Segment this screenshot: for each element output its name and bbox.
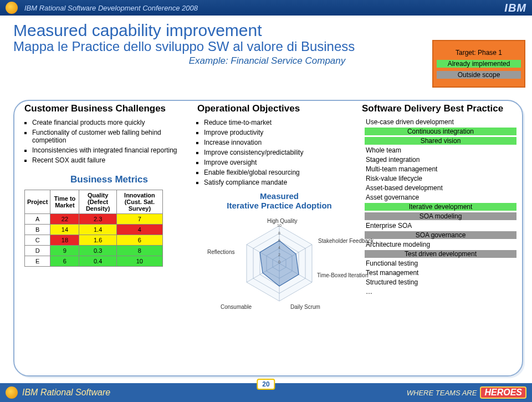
objective-item: Satisfy compliance mandate: [204, 179, 362, 186]
challenge-item: Recent SOX audit failure: [32, 156, 194, 164]
practice-item: Enterprise SOA: [365, 222, 516, 230]
objective-item: Improve consistency/predictability: [204, 149, 362, 156]
practice-item: Functional testing: [365, 259, 516, 267]
radar-axis-2: Time-Boxed Iteration: [317, 272, 351, 278]
radar-block: Measured Iterative Practice Adoption: [196, 192, 362, 310]
metrics-cell: 7: [116, 214, 162, 225]
practice-item: Use-case driven development: [365, 118, 516, 126]
legend-target: Target: Phase 1: [437, 49, 521, 57]
metrics-cell: 0.3: [79, 246, 116, 256]
conference-name: IBM Rational Software Development Confer…: [24, 4, 198, 12]
metrics-cell: D: [25, 246, 50, 256]
table-row: C181.66: [25, 235, 163, 246]
radar-chart: 1086420: [207, 210, 351, 310]
practice-item: Risk-value lifecycle: [365, 175, 516, 182]
challenge-item: Functionality of customer web falling be…: [32, 129, 194, 144]
radar-axis-0: High Quality: [267, 218, 297, 224]
practice-item: Iterative development: [365, 203, 516, 211]
objective-item: Enable flexible/global resourcing: [204, 169, 362, 176]
challenge-item: Inconsistencies with integrated financia…: [32, 146, 194, 154]
metrics-cell: 10: [116, 256, 162, 267]
challenge-item: Create financial products more quickly: [32, 119, 194, 126]
footer-brand: IBM Rational Software: [22, 388, 110, 398]
metrics-cell: 1.6: [79, 235, 116, 246]
metrics-cell: 1.4: [79, 225, 116, 235]
metrics-header-cell: Project: [25, 190, 50, 214]
svg-text:10: 10: [277, 223, 282, 227]
metrics-cell: 18: [50, 235, 79, 246]
practice-item: Continuous integration: [365, 128, 516, 135]
metrics-header-cell: Innovation (Cust. Sat. Survey): [116, 190, 162, 214]
legend-outside: Outside scope: [437, 71, 521, 79]
metrics-cell: 4: [116, 225, 162, 235]
practice-item: …: [365, 288, 516, 296]
table-row: B141.44: [25, 225, 163, 235]
col-header-objectives: Operational Objectives: [197, 103, 355, 114]
radar-title-2: Iterative Practice Adoption: [196, 201, 362, 211]
practice-item: Structured testing: [365, 278, 516, 286]
table-row: E60.410: [25, 256, 163, 267]
practice-item: Whole team: [365, 146, 516, 154]
svg-text:4: 4: [278, 246, 280, 250]
metrics-cell: A: [25, 214, 50, 225]
metrics-cell: 22: [50, 214, 79, 225]
page-title: Measured capability improvement: [13, 21, 521, 40]
svg-text:8: 8: [278, 231, 280, 235]
metrics-header-cell: Quality (Defect Density): [79, 190, 116, 214]
legend-box: Target: Phase 1 Already implemented Outs…: [432, 40, 525, 88]
metrics-table: ProjectTime to MarketQuality (Defect Den…: [24, 190, 163, 267]
col-header-challenges: Customer Business Challenges: [24, 103, 191, 114]
radar-axis-5: Reflections: [207, 249, 234, 255]
challenges-list: Create financial products more quicklyFu…: [24, 119, 194, 164]
footer-bar: IBM Rational Software 20 WHERE TEAMS ARE…: [0, 383, 532, 402]
metrics-cell: 2.3: [79, 214, 116, 225]
table-row: D90.38: [25, 246, 163, 256]
radar-axis-1: Stakeholder Feedback: [318, 238, 351, 244]
svg-text:2: 2: [278, 253, 280, 257]
legend-implemented: Already implemented: [437, 60, 521, 68]
metrics-cell: E: [25, 256, 50, 267]
objective-item: Reduce time-to-market: [204, 119, 362, 126]
metrics-title: Business Metrics: [24, 174, 194, 185]
practice-item: Test driven development: [365, 250, 516, 258]
footer-heroes: HEROES: [480, 386, 526, 399]
metrics-header-cell: Time to Market: [50, 190, 79, 214]
metrics-cell: 14: [50, 225, 79, 235]
metrics-cell: 6: [116, 235, 162, 246]
metrics-cell: B: [25, 225, 50, 235]
col-header-practices: Software Delivery Best Practice: [362, 103, 512, 114]
practice-item: Multi-team management: [365, 165, 516, 173]
objective-item: Increase innovation: [204, 139, 362, 146]
metrics-cell: 0.4: [79, 256, 116, 267]
metrics-cell: 9: [50, 246, 79, 256]
radar-title-1: Measured: [196, 192, 362, 201]
footer-brand-icon: [6, 386, 18, 399]
practice-item: Architecture modeling: [365, 241, 516, 248]
page-number: 20: [257, 379, 275, 390]
practices-list: Use-case driven developmentContinuous in…: [365, 118, 516, 296]
radar-axis-4: Consumable: [221, 304, 252, 310]
practice-item: Staged integration: [365, 156, 516, 164]
objective-item: Improve oversight: [204, 159, 362, 166]
svg-text:0: 0: [278, 260, 280, 264]
objectives-list: Reduce time-to-marketImprove productivit…: [196, 119, 362, 186]
practice-item: SOA modeling: [365, 212, 516, 220]
content-panel: Customer Business Challenges Operational…: [13, 100, 523, 376]
objective-item: Improve productivity: [204, 129, 362, 136]
footer-slogan: WHERE TEAMS ARE: [407, 389, 477, 397]
practice-item: Asset governance: [365, 194, 516, 201]
practice-item: Asset-based development: [365, 184, 516, 192]
metrics-block: Business Metrics ProjectTime to MarketQu…: [24, 174, 194, 267]
brand-icon: [6, 2, 18, 14]
practice-item: Shared vision: [365, 137, 516, 145]
ibm-logo: IBM: [504, 2, 526, 14]
practice-item: Test management: [365, 269, 516, 277]
metrics-cell: 8: [116, 246, 162, 256]
practice-item: SOA governance: [365, 231, 516, 239]
metrics-cell: C: [25, 235, 50, 246]
top-bar: IBM Rational Software Development Confer…: [0, 0, 532, 16]
metrics-cell: 6: [50, 256, 79, 267]
radar-axis-3: Daily Scrum: [290, 304, 320, 310]
svg-text:6: 6: [278, 238, 280, 242]
table-row: A222.37: [25, 214, 163, 225]
